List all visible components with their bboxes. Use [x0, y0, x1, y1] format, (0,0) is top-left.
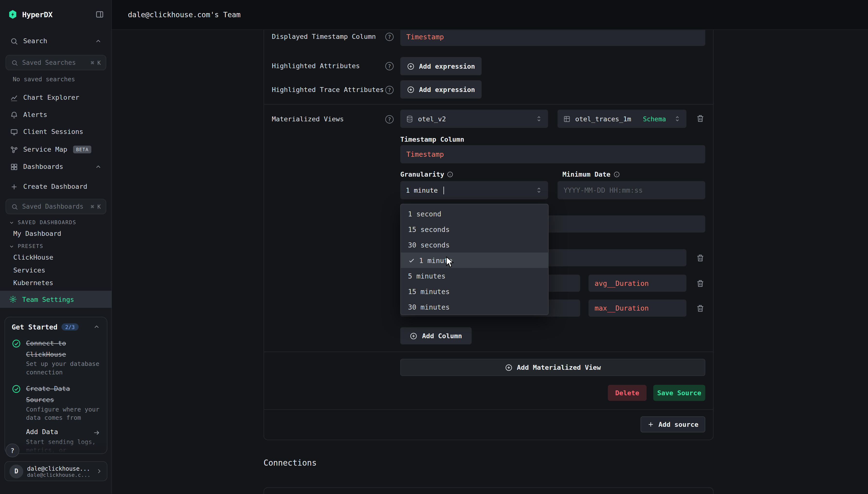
monitor-icon: [10, 128, 18, 136]
add-materialized-view-button[interactable]: Add Materialized View: [400, 359, 705, 376]
dropdown-option-selected[interactable]: 1 minute: [401, 252, 548, 268]
question-help-icon[interactable]: ?: [385, 86, 393, 94]
materialized-table-select[interactable]: otel_traces_1m Schema: [558, 110, 687, 128]
text-caret: [443, 186, 444, 194]
get-started-step-sources[interactable]: Create Data Sources Configure where your…: [12, 383, 100, 422]
saved-dashboards-placeholder: Saved Dashboards: [22, 203, 83, 210]
shortcut-hint: ⌘ K: [91, 59, 101, 65]
plus-icon: [648, 421, 655, 428]
sidebar-item-create-dashboard[interactable]: Create Dashboard: [5, 179, 106, 194]
dropdown-option[interactable]: 30 seconds: [401, 237, 548, 252]
add-expression-button[interactable]: Add expression: [400, 57, 482, 75]
saved-dashboards-section-header[interactable]: SAVED DASHBOARDS: [9, 219, 76, 225]
step-title: Create Data Sources: [26, 385, 70, 403]
top-bar: dale@clickhouse.com's Team: [112, 0, 868, 30]
granularity-dropdown: 1 second 15 seconds 30 seconds 1 minute …: [400, 204, 549, 315]
delete-materialized-view-icon[interactable]: [696, 114, 705, 123]
step-title: Connect to ClickHouse: [26, 339, 66, 358]
check-circle-icon: [12, 384, 21, 394]
sidebar-item-label: Alerts: [23, 111, 47, 118]
chevron-right-icon: [96, 468, 102, 474]
sidebar-item-services[interactable]: Services: [5, 264, 106, 277]
info-icon[interactable]: [447, 171, 454, 177]
get-started-step-connect[interactable]: Connect to ClickHouse Set up your databa…: [12, 337, 100, 377]
chevron-down-icon: [9, 243, 15, 249]
plus-circle-icon: [505, 363, 513, 371]
get-started-panel: Get Started 2/3 Connect to ClickHouse Se…: [4, 317, 107, 454]
sidebar-item-clickhouse[interactable]: ClickHouse: [5, 251, 106, 264]
sidebar-item-search[interactable]: Search: [5, 33, 106, 49]
presets-section-header[interactable]: PRESETS: [9, 243, 43, 249]
chevron-up-icon[interactable]: [95, 163, 102, 170]
sidebar-item-chart-explorer[interactable]: Chart Explorer: [5, 90, 106, 105]
sidebar-item-my-dashboard[interactable]: My Dashboard: [5, 227, 106, 241]
dropdown-option[interactable]: 15 seconds: [401, 222, 548, 237]
delete-column-icon[interactable]: [696, 304, 705, 313]
schema-link[interactable]: Schema: [643, 115, 666, 123]
app-title: HyperDX: [22, 10, 52, 19]
add-expression-button[interactable]: Add expression: [400, 80, 482, 98]
search-icon: [10, 37, 18, 45]
arrow-right-icon[interactable]: [93, 430, 100, 437]
info-icon[interactable]: [613, 171, 620, 177]
timestamp-column-input[interactable]: Timestamp: [400, 145, 705, 163]
sidebar-item-label: Dashboards: [23, 163, 63, 171]
sidebar-collapse-icon[interactable]: [95, 10, 104, 19]
check-icon: [408, 257, 415, 264]
delete-column-icon[interactable]: [696, 279, 705, 288]
save-source-button[interactable]: Save Source: [653, 385, 706, 401]
beta-badge: BETA: [73, 146, 91, 153]
question-help-icon[interactable]: ?: [385, 33, 393, 41]
selected-view: otel_v2: [418, 115, 446, 123]
search-icon: [11, 59, 18, 66]
chevron-up-icon[interactable]: [95, 37, 102, 45]
get-started-title: Get Started: [12, 323, 58, 331]
search-icon: [11, 203, 18, 210]
saved-searches-input[interactable]: Saved Searches ⌘ K: [5, 55, 106, 70]
dropdown-option[interactable]: 1 second: [401, 206, 548, 222]
dropdown-option[interactable]: 15 minutes: [401, 283, 548, 299]
granularity-combobox[interactable]: 1 minute: [400, 181, 548, 199]
minimum-date-input[interactable]: YYYY-MM-DD HH:mm:ss: [558, 181, 705, 199]
no-saved-searches-text: No saved searches: [13, 76, 75, 83]
column-alias-input[interactable]: avg__Duration: [589, 275, 687, 292]
dropdown-option[interactable]: 5 minutes: [401, 268, 548, 283]
service-map-icon: [10, 145, 18, 154]
delete-button[interactable]: Delete: [608, 385, 647, 401]
step-icon-placeholder: [12, 430, 21, 439]
help-button[interactable]: ?: [5, 443, 19, 457]
sidebar-item-client-sessions[interactable]: Client Sessions: [5, 124, 106, 139]
delete-column-icon[interactable]: [696, 253, 705, 263]
divider: [264, 104, 713, 104]
sidebar-item-alerts[interactable]: Alerts: [5, 107, 106, 122]
add-column-button[interactable]: Add Column: [400, 327, 471, 344]
materialized-view-select[interactable]: otel_v2: [400, 110, 548, 128]
question-help-icon[interactable]: ?: [385, 62, 393, 70]
timestamp-column-label: Timestamp Column: [400, 136, 464, 144]
database-icon: [406, 115, 413, 123]
get-started-header[interactable]: Get Started 2/3: [12, 323, 100, 331]
sidebar-item-team-settings[interactable]: Team Settings: [0, 291, 112, 308]
shortcut-hint: ⌘ K: [91, 204, 101, 210]
app-root: HyperDX Search Saved Searches ⌘ K No sav…: [0, 0, 868, 494]
add-source-button[interactable]: Add source: [640, 416, 705, 432]
get-started-step-add-data[interactable]: Add Data Start sending logs, metrics, or: [12, 428, 100, 454]
dropdown-option[interactable]: 30 minutes: [401, 299, 548, 315]
user-menu[interactable]: D dale@clickhouse... dale@clickhouse.c..…: [4, 461, 107, 481]
sidebar-item-label: Create Dashboard: [23, 183, 87, 190]
saved-dashboards-input[interactable]: Saved Dashboards ⌘ K: [5, 199, 106, 214]
step-description: Configure where your data comes from: [26, 406, 100, 422]
sidebar-item-dashboards[interactable]: Dashboards: [5, 159, 106, 174]
check-circle-icon: [12, 339, 21, 348]
displayed-timestamp-input[interactable]: Timestamp: [400, 28, 705, 46]
column-alias-input[interactable]: max__Duration: [589, 300, 687, 317]
sidebar-item-service-map[interactable]: Service Map BETA: [5, 142, 106, 157]
chevron-down-icon: [9, 220, 15, 225]
section-title: PRESETS: [18, 243, 43, 249]
sidebar-item-kubernetes[interactable]: Kubernetes: [5, 277, 106, 290]
field-label: Highlighted Trace Attributes: [272, 86, 384, 94]
logo-row: HyperDX: [0, 0, 112, 29]
plus-circle-icon: [407, 86, 414, 93]
chevron-up-icon[interactable]: [93, 323, 100, 331]
question-help-icon[interactable]: ?: [385, 115, 393, 124]
